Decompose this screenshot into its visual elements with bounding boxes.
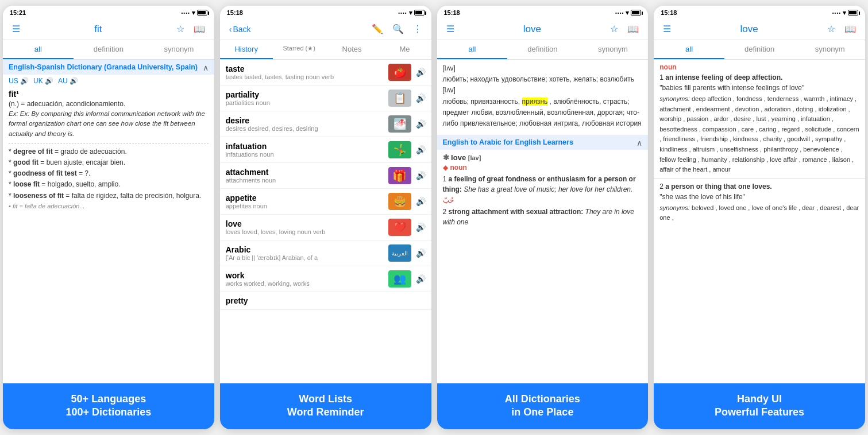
hist-sub: works worked, working, works bbox=[226, 280, 384, 287]
list-item[interactable]: love loves loved, loves, loving noun ver… bbox=[220, 215, 431, 240]
audio-icon[interactable]: 🔊 bbox=[416, 248, 426, 258]
ipa-2: [lʌv] bbox=[443, 85, 643, 96]
tab-bar-2: History Starred (★) Notes Me bbox=[220, 40, 431, 60]
list-item[interactable]: desire desires desired, desires, desirin… bbox=[220, 111, 431, 137]
nav-bar-1: ☰ fit ☆ 📖 bbox=[3, 18, 214, 40]
compound-item: * loose fit = holgado, suelto, amplio. bbox=[9, 179, 209, 190]
hist-thumb: ❤️ bbox=[388, 219, 411, 236]
tab-me-2[interactable]: Me bbox=[379, 40, 431, 59]
hist-sub: loves loved, loves, loving noun verb bbox=[226, 228, 384, 235]
noun-tag-3: noun bbox=[450, 164, 467, 172]
list-item[interactable]: work works worked, working, works 👥 🔊 bbox=[220, 266, 431, 292]
status-icons-2: •••• ▾ bbox=[398, 9, 424, 17]
audio-icon[interactable]: 🔊 bbox=[416, 197, 426, 206]
edit-icon-2[interactable]: ✏️ bbox=[369, 22, 385, 36]
compound-item: * good fit = buen ajuste, encajar bien. bbox=[9, 157, 209, 168]
compound-item: • fit = falta de adecuación... bbox=[9, 201, 209, 212]
tab-synonym-4[interactable]: synonym bbox=[794, 40, 865, 59]
time-2: 15:18 bbox=[227, 9, 243, 16]
bookmark-icon-3[interactable]: ☆ bbox=[608, 22, 620, 36]
list-item[interactable]: appetite appetites noun 🍔 🔊 bbox=[220, 189, 431, 215]
book-icon-4[interactable]: 📖 bbox=[842, 22, 858, 36]
tab-bar-3: all definition synonym bbox=[437, 40, 649, 60]
list-item[interactable]: infatuation infatuations noun 🤸 🔊 bbox=[220, 137, 431, 163]
hist-thumb: 🤸 bbox=[388, 141, 411, 158]
tab-all-4[interactable]: all bbox=[654, 40, 724, 59]
diamond-icon-3: ◆ bbox=[443, 164, 448, 172]
audio-icon[interactable]: 🔊 bbox=[416, 119, 426, 129]
hist-thumb: 👥 bbox=[388, 270, 411, 288]
more-icon-2[interactable]: ⋮ bbox=[411, 22, 425, 36]
list-item[interactable]: Arabic ['Ar·a·bic || 'ærəbɪk] Arabian, o… bbox=[220, 240, 431, 266]
audio-us[interactable]: US 🔊 bbox=[9, 77, 29, 85]
hist-word: partiality bbox=[226, 90, 384, 99]
collapse-icon-1[interactable]: ∧ bbox=[203, 63, 209, 72]
pos-1: (n.) bbox=[9, 100, 19, 108]
audio-icon[interactable]: 🔊 bbox=[416, 223, 426, 232]
battery-icon-3 bbox=[631, 10, 641, 15]
banner-1: 50+ Languages100+ Dictionaries bbox=[3, 383, 214, 429]
audio-au[interactable]: AU 🔊 bbox=[58, 77, 78, 85]
signal-icon-4: •••• bbox=[832, 10, 841, 15]
audio-icon[interactable]: 🔊 bbox=[416, 94, 426, 103]
dict-title-1: English-Spanish Dictionary (Granada Univ… bbox=[9, 63, 203, 71]
wifi-icon-2: ▾ bbox=[409, 9, 412, 17]
hist-word: attachment bbox=[226, 168, 384, 177]
compounds-1: * degree of fit = grado de adecuación. *… bbox=[3, 146, 214, 212]
hist-word: pretty bbox=[226, 296, 426, 305]
nav-icons-right-1: ☆ 📖 bbox=[174, 22, 207, 36]
status-bar-1: 15:21 •••• ▾ bbox=[3, 6, 214, 18]
tab-definition-3[interactable]: definition bbox=[507, 40, 578, 59]
audio-icon[interactable]: 🔊 bbox=[416, 171, 426, 180]
history-list: taste tastes tasted, tastes, tasting nou… bbox=[220, 60, 431, 383]
russian-text-2: любовь; привязанность, приязнь , влюблён… bbox=[443, 96, 643, 130]
content-3: [lʌv] любить; находить удовольствие; хот… bbox=[437, 60, 649, 383]
battery-icon bbox=[197, 10, 207, 15]
list-item[interactable]: partiality partialities noun 📋 🔊 bbox=[220, 86, 431, 111]
list-item[interactable]: taste tastes tasted, tastes, tasting nou… bbox=[220, 60, 431, 86]
dict-header-1: English-Spanish Dictionary (Granada Univ… bbox=[3, 60, 214, 75]
tab-bar-1: all definition synonym bbox=[3, 40, 214, 60]
audio-icon[interactable]: 🔊 bbox=[416, 145, 426, 154]
hamburger-icon-4[interactable]: ☰ bbox=[661, 22, 673, 36]
audio-icon[interactable]: 🔊 bbox=[416, 68, 426, 77]
time-1: 15:21 bbox=[10, 9, 26, 16]
audio-icon[interactable]: 🔊 bbox=[416, 274, 426, 283]
book-icon[interactable]: 📖 bbox=[191, 22, 207, 36]
tab-notes-2[interactable]: Notes bbox=[326, 40, 379, 59]
collapse-icon-3[interactable]: ∧ bbox=[636, 138, 642, 147]
bookmark-icon[interactable]: ☆ bbox=[174, 22, 187, 36]
audio-uk[interactable]: UK 🔊 bbox=[33, 77, 53, 85]
book-icon-3[interactable]: 📖 bbox=[625, 22, 641, 36]
hamburger-icon-3[interactable]: ☰ bbox=[444, 22, 457, 36]
list-item[interactable]: attachment attachments noun 🎁 🔊 bbox=[220, 163, 431, 189]
banner-3: All Dictionariesin One Place bbox=[437, 383, 649, 429]
def1-4: 1 an intense feeling of deep affection. bbox=[654, 72, 865, 83]
hist-word: taste bbox=[226, 64, 384, 73]
tab-definition-1[interactable]: definition bbox=[74, 40, 144, 59]
hamburger-icon[interactable]: ☰ bbox=[10, 22, 22, 36]
list-item[interactable]: pretty bbox=[220, 292, 431, 310]
entry-1: fit¹ (n.) = adecuación, acondicionamient… bbox=[3, 87, 214, 141]
tab-starred-2[interactable]: Starred (★) bbox=[273, 40, 326, 59]
signal-icon-3: •••• bbox=[615, 10, 624, 15]
headword-1: fit¹ bbox=[9, 90, 209, 99]
arabic-def: حُبّ bbox=[443, 196, 643, 204]
tab-definition-4[interactable]: definition bbox=[724, 40, 795, 59]
hist-sub: tastes tasted, tastes, tasting noun verb bbox=[226, 73, 384, 80]
search-icon-2[interactable]: 🔍 bbox=[390, 22, 406, 36]
hist-sub: attachments noun bbox=[226, 177, 384, 184]
tab-all-1[interactable]: all bbox=[3, 40, 74, 59]
tab-all-3[interactable]: all bbox=[437, 40, 508, 59]
def2-4: 2 a person or thing that one loves. bbox=[654, 181, 865, 192]
back-button-2[interactable]: ‹ Back bbox=[227, 24, 253, 35]
status-bar-2: 15:18 •••• ▾ bbox=[220, 6, 431, 18]
hist-thumb: 🍅 bbox=[388, 64, 411, 81]
tab-synonym-1[interactable]: synonym bbox=[144, 40, 214, 59]
hist-sub: ['Ar·a·bic || 'ærəbɪk] Arabian, of a bbox=[226, 254, 384, 262]
nav-icons-right-3: ☆ 📖 bbox=[608, 22, 641, 36]
tab-history-2[interactable]: History bbox=[220, 40, 273, 59]
bookmark-icon-4[interactable]: ☆ bbox=[825, 22, 838, 36]
tab-synonym-3[interactable]: synonym bbox=[578, 40, 649, 59]
battery-icon-2 bbox=[414, 10, 425, 15]
